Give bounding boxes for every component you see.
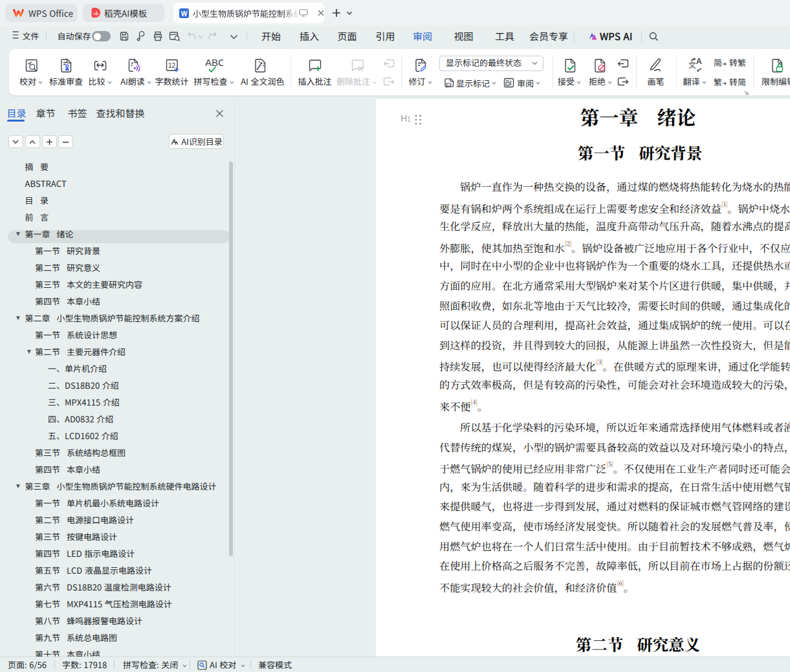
svg-text:A: A — [696, 57, 702, 66]
svg-text:12: 12 — [168, 62, 176, 69]
svg-text:ABC: ABC — [205, 58, 223, 68]
svg-text:文: 文 — [688, 59, 696, 70]
